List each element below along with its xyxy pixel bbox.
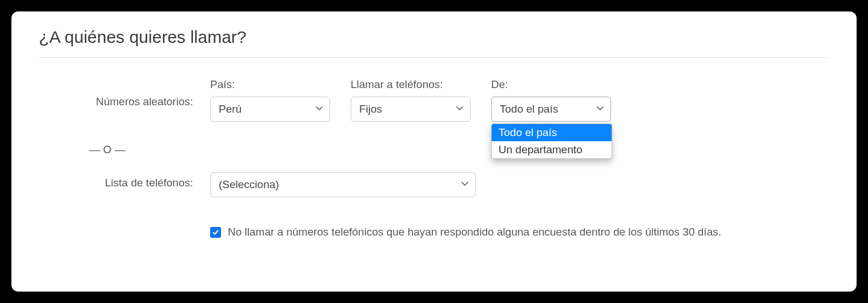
random-numbers-label: Números aleatorios: [39, 78, 210, 108]
page-title: ¿A quiénes quieres llamar? [39, 27, 829, 58]
from-select[interactable]: Todo el país Todo el país Un departament… [491, 97, 611, 122]
from-dropdown: Todo el país Un departamento [491, 123, 612, 159]
fields-col-2: (Selecciona) [210, 172, 476, 197]
from-label: De: [491, 78, 611, 91]
from-field-group: De: Todo el país Todo el país Un departa… [491, 78, 611, 122]
or-separator: — O — [39, 127, 210, 172]
phone-list-select[interactable]: (Selecciona) [210, 172, 476, 197]
country-field-group: País: Perú [210, 78, 330, 122]
chevron-down-icon [315, 103, 324, 115]
checkbox-row: No llamar a números telefónicos que haya… [210, 226, 829, 238]
call-phones-select[interactable]: Fijos [351, 97, 471, 122]
chevron-down-icon [460, 178, 469, 191]
from-option-1[interactable]: Un departamento [492, 141, 612, 158]
no-call-checkbox[interactable] [210, 227, 221, 238]
chevron-down-icon [596, 103, 605, 115]
call-phones-label: Llamar a teléfonos: [351, 78, 471, 91]
country-select-value: Perú [219, 103, 242, 115]
country-label: País: [210, 78, 330, 91]
from-select-value: Todo el país [500, 103, 558, 115]
fields-col: País: Perú Llamar a teléfonos: Fijos [210, 78, 611, 122]
call-phones-field-group: Llamar a teléfonos: Fijos [351, 78, 471, 122]
phone-list-row: Lista de teléfonos: (Selecciona) [39, 172, 829, 197]
form-card: ¿A quiénes quieres llamar? Números aleat… [11, 11, 857, 292]
call-phones-select-value: Fijos [359, 103, 382, 115]
phone-list-label: Lista de teléfonos: [39, 172, 210, 189]
country-select[interactable]: Perú [210, 97, 330, 122]
check-icon [212, 229, 219, 236]
random-numbers-row: Números aleatorios: País: Perú Llamar a … [39, 78, 829, 122]
chevron-down-icon [455, 103, 464, 115]
from-option-0[interactable]: Todo el país [492, 124, 612, 141]
phone-list-select-value: (Selecciona) [219, 178, 279, 191]
no-call-checkbox-label: No llamar a números telefónicos que haya… [228, 226, 721, 238]
